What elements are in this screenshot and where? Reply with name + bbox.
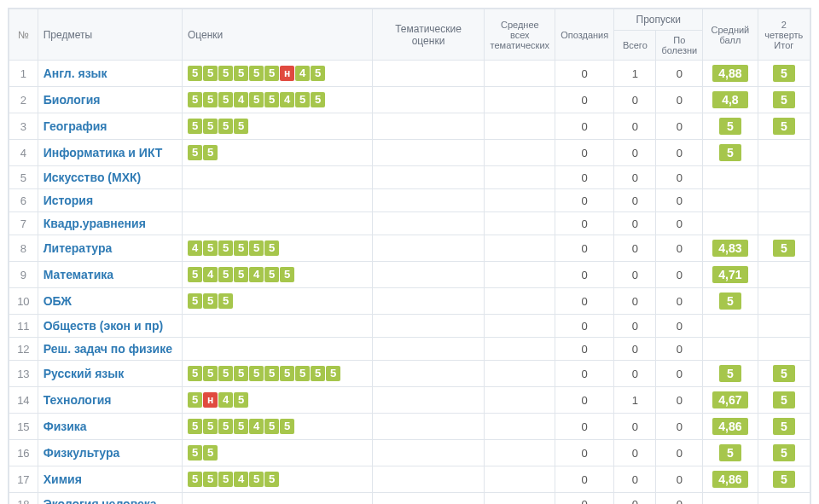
late-cell: 0 [555,166,614,189]
avg-thematic-cell [485,387,555,414]
table-row: 17Химия5554550004,865 [9,466,810,493]
grades-cell: 5555555555 [183,361,373,387]
table-row: 13Русский язык555555555500055 [9,361,810,387]
thematic-cell [372,414,485,440]
table-row: 12Реш. задач по физике000 [9,338,810,361]
subject-link[interactable]: Математика [44,268,113,281]
grade-mark: 5 [249,366,264,381]
grade-mark: 5 [188,445,202,461]
table-row: 16Физкультура5500055 [9,440,810,466]
grade-mark: 4 [234,472,248,487]
thematic-cell [372,140,485,166]
grade-mark: 5 [218,293,233,309]
grade-mark: 5 [234,240,248,256]
quarter-cell [758,262,810,288]
header-abs-sick: По болезни [656,31,703,61]
grade-mark: 4 [249,267,264,282]
thematic-cell [372,288,485,315]
quarter-cell: 5 [758,466,810,493]
subject-cell: Математика [38,262,182,288]
subject-link[interactable]: Обществ (экон и пр) [44,319,163,333]
header-abs-total: Всего [614,31,656,61]
table-row: 1Англ. язык555555н450104,885 [9,61,810,87]
grade-mark: 5 [188,293,202,309]
subject-link[interactable]: Информатика и ИКТ [44,146,163,159]
header-lates: Опоздания [555,9,614,61]
grade-mark: 5 [218,267,233,282]
subject-link[interactable]: История [44,194,93,207]
grade-mark: 5 [264,240,279,256]
grade-mark: 5 [218,119,233,134]
grade-mark: 4 [234,92,248,107]
row-number: 3 [9,113,38,140]
subject-link[interactable]: Квадр.уравнения [44,217,146,230]
subject-link[interactable]: Физкультура [44,446,120,460]
grade-mark: 5 [188,392,202,408]
late-cell: 0 [555,113,614,140]
abs-sick-cell: 0 [656,440,703,466]
avg-cell [703,166,758,189]
subject-cell: Обществ (экон и пр) [38,315,182,338]
thematic-cell [372,113,485,140]
row-number: 12 [9,338,38,361]
abs-sick-cell: 0 [656,87,703,113]
grade-mark: 5 [264,366,279,381]
abs-sick-cell: 0 [656,140,703,166]
row-number: 15 [9,414,38,440]
subject-link[interactable]: ОБЖ [44,294,72,308]
quarter-badge: 5 [773,418,795,435]
subject-link[interactable]: Русский язык [44,367,125,380]
late-cell: 0 [555,361,614,387]
grades-cell: 555455 [183,466,373,493]
avg-thematic-cell [485,87,555,113]
subject-link[interactable]: География [44,119,107,133]
table-row: 15Физика55554550004,865 [9,414,810,440]
subject-link[interactable]: Реш. задач по физике [44,342,172,356]
subject-link[interactable]: Литература [44,241,113,255]
header-num: № [9,9,38,61]
late-cell: 0 [555,414,614,440]
subject-link[interactable]: Экология человека [44,497,157,504]
avg-thematic-cell [485,361,555,387]
grade-mark: 5 [188,472,202,487]
avg-thematic-cell [485,493,555,505]
row-number: 1 [9,61,38,87]
late-cell: 0 [555,440,614,466]
header-avg-thematic: Среднее всех тематических [485,9,555,61]
grade-mark: 5 [234,419,248,434]
avg-thematic-cell [485,189,555,212]
quarter-cell: 5 [758,414,810,440]
subject-link[interactable]: Физика [44,420,87,433]
grade-mark: 4 [249,419,264,434]
quarter-cell: 5 [758,387,810,414]
avg-cell: 5 [703,288,758,315]
abs-sick-cell: 0 [656,166,703,189]
table-row: 5Искусство (МХК)000 [9,166,810,189]
avg-cell [703,315,758,338]
row-number: 14 [9,387,38,414]
quarter-badge: 5 [773,471,795,488]
quarter-badge: 5 [773,118,795,135]
thematic-cell [372,87,485,113]
subject-link[interactable]: Технология [44,393,112,407]
table-row: 10ОБЖ5550005 [9,288,810,315]
quarter-cell: 5 [758,87,810,113]
grade-mark: 5 [280,366,294,381]
avg-thematic-cell [485,414,555,440]
subject-link[interactable]: Химия [44,472,82,486]
abs-sick-cell: 0 [656,361,703,387]
grade-mark: 5 [218,66,233,81]
quarter-cell [758,315,810,338]
quarter-cell [758,189,810,212]
abs-total-cell: 0 [614,338,656,361]
grade-mark: 4 [280,92,294,107]
row-number: 6 [9,189,38,212]
grade-mark: 5 [218,240,233,256]
avg-thematic-cell [485,262,555,288]
table-header: № Предметы Оценки Тематические оценки Ср… [9,9,810,61]
late-cell: 0 [555,189,614,212]
subject-link[interactable]: Англ. язык [44,67,107,80]
subject-link[interactable]: Биология [44,93,101,107]
subject-link[interactable]: Искусство (МХК) [44,171,141,184]
subject-cell: Химия [38,466,182,493]
